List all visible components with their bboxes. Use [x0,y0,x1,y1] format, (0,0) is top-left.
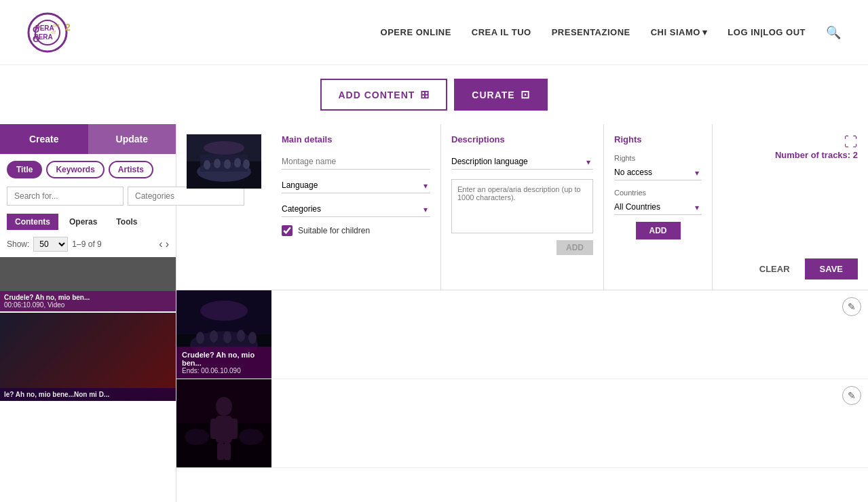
list-item[interactable]: Crudele? Ah no, mio ben... 00:06:10.090,… [0,257,176,311]
bottom-item-title-1: Crudele? Ah no, mio ben... [182,351,266,367]
categories-select[interactable]: Categories [282,201,430,217]
next-page-button[interactable]: › [166,238,169,250]
svg-point-37 [239,429,263,445]
description-language-select[interactable]: Description language [451,154,593,170]
sidebar-top-buttons: Create Update [0,124,176,154]
edit-pencil-button[interactable]: ✎ [842,297,861,316]
list-item-title: Crudele? Ah no, mio ben... [4,294,172,301]
svg-rect-35 [224,443,231,460]
nav-presentazione[interactable]: PRESENTAZIONE [552,27,630,37]
create-button[interactable]: Create [0,124,88,154]
language-field: Language [282,178,430,193]
montage-name-field [282,154,430,170]
plus-icon: ⊞ [420,88,430,101]
content-panel: Main details Language Categories [176,124,868,502]
rights-panel: Rights Rights No access Full access Coun… [604,124,713,290]
action-buttons: CLEAR SAVE [750,258,858,279]
descriptions-panel: Descriptions Description language ADD [441,124,604,290]
rights-select-wrapper: No access Full access [614,165,702,180]
description-textarea[interactable] [451,179,593,233]
main-details-panel: Main details Language Categories [271,124,441,290]
suitable-for-children-label: Suitable for children [298,226,370,235]
thumbnail-section [176,124,271,290]
edit-pencil-button-2[interactable]: ✎ [842,386,861,405]
descriptions-title: Descriptions [451,134,593,144]
tab-operas[interactable]: Operas [61,214,105,230]
svg-point-27 [200,301,248,321]
header: PERA PERA out of 2 O O OPERE ONLINE CREA… [0,0,868,65]
svg-rect-34 [217,443,224,460]
show-bar: Show: 50 25 100 1–9 of 9 ‹ › [0,234,176,257]
tab-tools[interactable]: Tools [108,214,145,230]
search-area [0,182,176,210]
main-layout: Create Update Title Keywords Artists Con… [0,124,868,502]
expand-icon[interactable]: ⛶ [844,134,858,150]
prev-page-button[interactable]: ‹ [159,238,162,250]
svg-point-14 [214,159,221,168]
language-select[interactable]: Language [282,178,430,193]
chevron-down-icon: ▾ [702,27,708,37]
edit-area: Main details Language Categories [176,124,868,290]
rights-select[interactable]: No access Full access [614,165,702,180]
sidebar-list: Crudele? Ah no, mio ben... 00:06:10.090,… [0,257,176,502]
show-label: Show: [7,239,29,249]
tracks-section: ⛶ Number of tracks: 2 CLEAR SAVE [713,124,868,290]
clear-button[interactable]: CLEAR [750,258,799,279]
countries-select[interactable]: All Countries [614,199,702,215]
montage-name-input[interactable] [282,154,430,170]
tag-keywords[interactable]: Keywords [46,161,104,178]
svg-point-22 [196,332,204,344]
track-count: Number of tracks: 2 [775,150,858,160]
svg-rect-32 [210,419,219,439]
suitable-for-children-checkbox[interactable] [282,225,293,236]
sidebar: Create Update Title Keywords Artists Con… [0,124,176,502]
svg-text:out: out [53,23,60,28]
bottom-list-item: ✎ [176,379,868,468]
add-description-button[interactable]: ADD [556,240,593,255]
bottom-thumbnail-1: Crudele? Ah no, mio ben... Ends: 00.06.1… [176,290,271,379]
suitable-for-children-row: Suitable for children [282,225,430,236]
bottom-thumbnail-2 [176,379,271,467]
main-nav: OPERE ONLINE CREA IL TUO PRESENTAZIONE C… [381,25,841,40]
main-thumbnail [187,134,261,189]
tag-artists[interactable]: Artists [109,161,153,178]
show-select[interactable]: 50 25 100 [33,237,68,252]
update-button[interactable]: Update [88,124,176,154]
nav-opere-online[interactable]: OPERE ONLINE [381,27,451,37]
svg-text:O: O [33,24,39,35]
categories-select-wrapper: Categories [282,201,430,217]
svg-point-26 [248,332,257,344]
svg-point-23 [210,330,218,343]
svg-text:2: 2 [65,22,71,33]
countries-field-label: Countries [614,189,702,197]
search-input[interactable] [7,187,124,206]
search-icon-button[interactable]: 🔍 [826,25,841,40]
list-item-meta: 00:06:10.090, Video [4,301,172,309]
language-select-wrapper: Language [282,178,430,193]
svg-point-13 [204,160,210,170]
tab-contents[interactable]: Contents [7,214,58,230]
logo: PERA PERA out of 2 O O [27,7,88,58]
svg-point-17 [243,159,250,169]
countries-select-wrapper: All Countries [614,199,702,215]
main-details-title: Main details [282,134,430,144]
search-icon: 🔍 [826,26,841,39]
nav-login-logout[interactable]: LOG IN|LOG OUT [728,27,806,37]
list-item[interactable]: le? Ah no, mio bene...Non mi D... [0,313,176,401]
svg-text:of: of [52,30,56,35]
bottom-item-meta-1: Ends: 00.06.10.090 [182,367,266,374]
add-content-button[interactable]: ADD CONTENT ⊞ [320,79,447,111]
list-item-overlay: Crudele? Ah no, mio ben... 00:06:10.090,… [0,291,176,311]
rights-add-button[interactable]: ADD [636,222,681,239]
svg-point-18 [204,141,244,155]
nav-chi-siamo[interactable]: CHI SIAMO ▾ [651,27,708,37]
tag-title[interactable]: Title [7,161,42,178]
content-tabs: Contents Operas Tools [0,210,176,234]
svg-rect-33 [229,419,238,439]
list-item-overlay: le? Ah no, mio bene...Non mi D... [0,388,176,401]
curate-button[interactable]: CURATE ⊡ [454,79,547,111]
desc-language-wrapper: Description language [451,154,593,170]
save-button[interactable]: SAVE [805,258,858,279]
svg-point-36 [185,429,209,445]
nav-crea-il-tuo[interactable]: CREA IL TUO [472,27,531,37]
